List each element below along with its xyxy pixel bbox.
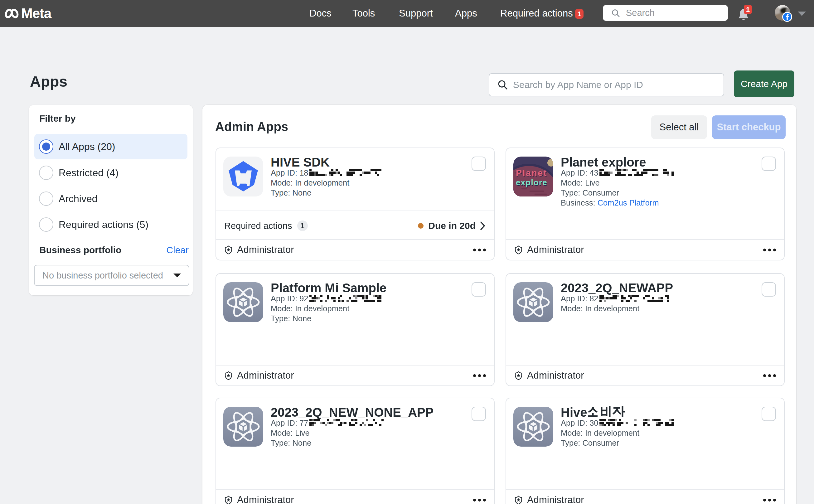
card-footer: Administrator [506,365,784,385]
role-label: Administrator [237,244,473,255]
app-title: HIVE SDK [271,155,466,169]
filter-option-label: Archived [59,193,98,205]
app-select-checkbox[interactable] [472,157,486,171]
radio-icon[interactable] [39,166,53,180]
hangul-sobija-glyphs [587,405,625,418]
card-menu-button[interactable] [473,499,486,502]
app-id: App ID: 92 [271,294,308,303]
admin-shield-icon [514,371,523,380]
filter-option-archived[interactable]: Archived [34,186,187,211]
meta-wordmark: Meta [21,6,51,21]
svg-text:Planet: Planet [516,168,547,178]
app-mode: Mode: Live [561,178,756,188]
filter-option-restricted[interactable]: Restricted (4) [34,160,187,186]
search-icon [611,8,620,18]
app-id-redacted [599,294,671,303]
card-menu-button[interactable] [763,374,776,377]
radio-selected-icon[interactable] [39,139,53,154]
clear-link[interactable]: Clear [166,245,189,255]
app-search-input[interactable] [513,80,700,90]
meta-logo[interactable]: Meta [4,0,51,27]
app-select-checkbox[interactable] [472,407,486,421]
start-checkup-button[interactable]: Start checkup [712,115,786,139]
global-search-box [603,5,728,21]
default-app-icon [223,282,263,322]
app-mode: Mode: In development [561,303,756,313]
radio-icon[interactable] [39,191,53,206]
select-all-button[interactable]: Select all [651,115,707,139]
app-select-checkbox[interactable] [762,157,776,171]
filter-option-required-actions[interactable]: Required actions (5) [34,212,187,237]
chevron-right-icon [480,221,485,230]
card-menu-button[interactable] [763,499,776,502]
admin-shield-icon [514,245,523,255]
app-type: Type: None [271,438,466,448]
notifications-badge: 1 [744,5,752,14]
due-label: Due in 20d [428,221,476,231]
role-label: Administrator [527,370,763,381]
app-id-redacted [599,419,674,427]
app-id: App ID: 82 [561,294,598,303]
card-menu-button[interactable] [473,249,486,251]
planet-explore-app-icon: Planet Planet explore explore [513,157,553,196]
notifications-bell-button[interactable]: 1 [738,7,757,22]
app-id-redacted [309,169,384,177]
business-portfolio-label: Business portfolio [39,245,121,255]
business-portfolio-value: No business portfolio selected [42,270,173,281]
card-menu-button[interactable] [473,374,486,377]
filter-option-label: Restricted (4) [59,167,119,179]
nav-item-apps[interactable]: Apps [455,0,477,27]
app-card-2023-2q-newapp: 2023_2Q_NEWAPP App ID: 82 Mode: In devel… [506,273,785,386]
app-search-icon [497,80,508,90]
admin-apps-panel: Admin Apps Select all Start checkup HIVE… [202,105,796,504]
app-card-hive-sdk: HIVE SDK App ID: 18 Mode: In development… [216,148,495,260]
app-type: Type: None [271,313,466,323]
nav-item-tools[interactable]: Tools [352,0,375,27]
create-app-button[interactable]: Create App [734,70,794,97]
page-title: Apps [30,73,67,90]
app-id: App ID: 43 [561,168,598,177]
app-card-planet-explore: Planet Planet explore explore Planet exp… [506,148,785,260]
radio-icon[interactable] [39,217,53,232]
facebook-badge-icon [782,12,792,22]
global-search-input[interactable] [626,8,720,18]
app-title: Platform Mi Sample [271,281,466,295]
app-select-checkbox[interactable] [472,282,486,297]
app-select-checkbox[interactable] [762,407,776,421]
app-id: App ID: 18 [271,168,308,177]
app-card-platform-mi-sample: Platform Mi Sample App ID: 92 Mode: In d… [216,273,495,386]
filter-option-all-apps[interactable]: All Apps (20) [34,134,187,159]
admin-shield-icon [224,495,233,504]
app-card-2023-2q-new-none-app: 2023_2Q_NEW_NONE_APP App ID: 77 Mode: Li… [216,398,495,504]
default-app-icon [513,282,553,322]
nav-item-docs[interactable]: Docs [309,0,332,27]
role-label: Administrator [527,244,763,255]
admin-shield-icon [224,371,233,380]
filter-option-label: All Apps (20) [59,141,115,153]
card-footer: Administrator [506,239,784,260]
business-link[interactable]: Com2us Platform [598,198,659,207]
required-actions-count: 1 [297,221,308,231]
app-card-hive-sobija: Hive Hive소비자 App [506,398,785,504]
card-menu-button[interactable] [763,249,776,251]
business-label: Business: [561,198,598,207]
default-app-icon [513,407,553,447]
app-id-redacted [309,419,384,427]
app-mode: Mode: In development [271,303,466,313]
nav-item-support[interactable]: Support [399,0,433,27]
app-id: App ID: 77 [271,419,308,427]
required-actions-row[interactable]: Required actions 1 Due in 20d [216,211,494,240]
app-mode: Mode: In development [271,178,466,188]
business-portfolio-select[interactable]: No business portfolio selected [34,265,189,286]
role-label: Administrator [527,494,763,504]
app-title: 2023_2Q_NEW_NONE_APP [271,405,466,419]
nav-item-required-actions[interactable]: Required actions [500,0,573,27]
filter-option-label: Required actions (5) [59,219,148,230]
card-footer: Administrator [216,365,494,385]
app-select-checkbox[interactable] [762,282,776,297]
filter-title: Filter by [39,113,76,124]
app-type: Type: None [271,188,466,198]
select-caret-icon [173,274,181,277]
admin-apps-title: Admin Apps [215,120,288,134]
account-menu-caret[interactable] [798,12,806,16]
